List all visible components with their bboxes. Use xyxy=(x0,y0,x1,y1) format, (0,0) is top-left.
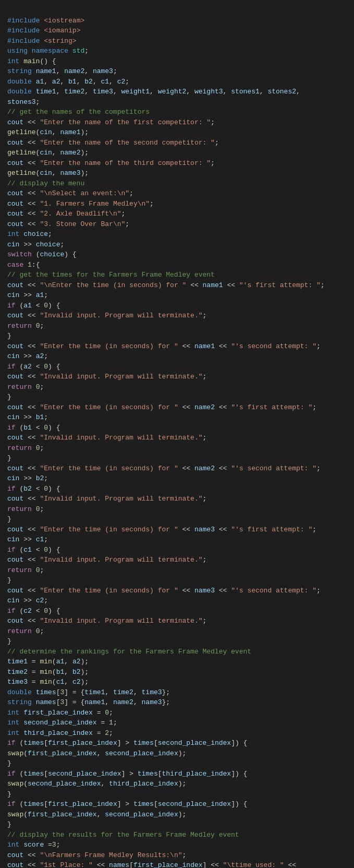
code-editor[interactable]: #include <iostream> #include <iomanip> #… xyxy=(7,5,347,868)
